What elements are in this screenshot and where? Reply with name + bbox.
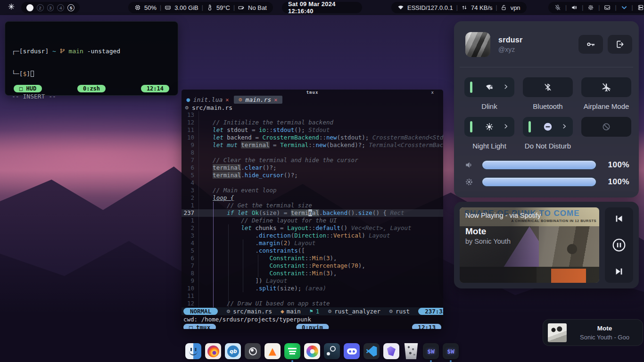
chevron-right-icon[interactable] <box>503 83 509 90</box>
workspace-3[interactable]: 3 <box>47 4 54 11</box>
chevron-right-icon[interactable] <box>561 123 568 130</box>
terminal-window[interactable]: ┌─[srdusr] ~ main -unstaged └─[$] -- INS… <box>5 21 178 96</box>
dock-item-sw-terminal-1[interactable]: $W <box>423 343 439 362</box>
line-number: 3 <box>182 232 198 239</box>
control-center-panel: srdusr @xyz Dlink Bluetooth Airplane Mod… <box>454 21 639 197</box>
terminal-window-badge[interactable]: 0:zsh <box>77 85 106 92</box>
workspace-4[interactable]: 4 <box>57 4 64 11</box>
running-indicator <box>291 360 293 362</box>
dock-item-vlc[interactable]: ▲ <box>264 343 281 362</box>
code-line: 9 ]) Layout <box>182 277 443 285</box>
memory-icon <box>165 4 171 11</box>
toggle-label-bluetooth: Bluetooth <box>515 102 581 110</box>
active-indicator <box>470 121 472 132</box>
code-line: 7 Constraint::Percentage(70), <box>182 262 443 270</box>
code-line: 12 // Initialize the terminal backend <box>182 119 443 126</box>
username: srdusr <box>498 36 523 44</box>
toggle-night-light[interactable] <box>464 117 514 137</box>
layout-stack-icon[interactable] <box>637 4 644 11</box>
code-editor[interactable]: 1312 // Initialize the terminal backend1… <box>182 111 443 307</box>
media-notification[interactable]: Mote Sonic Youth - Goo <box>543 319 643 346</box>
dock-item-trash[interactable] <box>403 343 419 362</box>
terminal-session-badge[interactable]: □ HUD <box>14 85 42 92</box>
code-line: 2 loop { <box>182 194 443 202</box>
clock[interactable]: Sat 09 Mar 2024 12:16:40 <box>282 2 362 13</box>
code-lines: 1312 // Initialize the terminal backend1… <box>182 111 443 307</box>
buffer-tab-init-lua[interactable]: ● init.lua × <box>182 96 234 104</box>
pause-button[interactable] <box>611 238 627 253</box>
gear-icon: ⚙ <box>226 309 231 314</box>
sw-terminal-2-icon: $W <box>443 343 459 359</box>
gear-icon: ⚙ <box>185 105 189 110</box>
workspace-1[interactable] <box>26 4 33 11</box>
dock-item-file-manager[interactable] <box>185 343 201 362</box>
chevron-down-icon[interactable] <box>621 4 627 11</box>
dock-item-spotify[interactable] <box>284 343 300 362</box>
code-line: 5 terminal.hide_cursor()?; <box>182 172 443 179</box>
prompt-line-2: └─[$] <box>12 70 171 78</box>
dock-item-obsidian[interactable] <box>383 343 399 362</box>
essid-value: ESSID/127.0.0.1 <box>407 4 453 11</box>
window-close-button[interactable]: x <box>431 90 434 95</box>
toggle-wifi[interactable] <box>464 77 514 97</box>
line-number: 10 <box>182 285 198 292</box>
sw-terminal-1-icon: $W <box>423 343 439 359</box>
dock-item-firefox[interactable] <box>205 343 221 362</box>
buffer-close-icon[interactable]: × <box>274 97 277 103</box>
volume-slider[interactable] <box>481 160 597 170</box>
memory-usage: 3.00 GiB <box>174 4 198 11</box>
notification-album-art <box>548 323 567 342</box>
system-stats: 50% | 3.00 GiB | 59°C | No Bat <box>128 2 273 13</box>
vlc-icon: ▲ <box>264 343 281 359</box>
git-branch-icon <box>60 48 65 54</box>
dock-item-obs[interactable] <box>245 343 261 362</box>
brightness-slider[interactable] <box>481 177 597 187</box>
tmux-window[interactable]: tmux x ● init.lua × ⚙ main.rs × ⚙ src/ma… <box>182 90 443 329</box>
dock-item-vscode[interactable] <box>363 343 380 362</box>
settings-gear-icon[interactable] <box>587 4 594 11</box>
launcher-icon[interactable] <box>8 3 15 10</box>
tmux-window-badge[interactable]: 0:nvim <box>296 324 329 329</box>
code-line: 4 .margin(2) Layout <box>182 239 443 247</box>
lock-keys-button[interactable] <box>578 35 603 54</box>
divider <box>460 67 633 67</box>
code-line-current: 237 if let Ok(size) = terminal.backend()… <box>182 209 443 217</box>
toggle-airplane-mode[interactable] <box>581 77 631 97</box>
flag-icon: ⚑ <box>309 309 314 314</box>
buffer-tab-main-rs[interactable]: ⚙ main.rs × <box>234 96 282 104</box>
buffer-close-icon[interactable]: × <box>225 97 229 103</box>
track-title: Mote <box>465 226 486 237</box>
notification-title: Mote <box>571 325 638 332</box>
microphone-muted-icon[interactable] <box>554 4 561 11</box>
tmux-clock-badge: 12:13 <box>412 324 441 329</box>
logout-button[interactable] <box>608 35 632 54</box>
terminal-output: ┌─[srdusr] ~ main -unstaged └─[$] -- INS… <box>5 22 178 115</box>
dock-item-photos[interactable] <box>304 343 320 362</box>
active-indicator <box>470 82 472 93</box>
album-art: SHAPE OF PUNK TO COME A CHIMERICAL BOMBI… <box>460 207 599 283</box>
chevron-right-icon[interactable] <box>503 123 509 130</box>
line-number: 6 <box>182 255 198 262</box>
dock-item-sw-terminal-2[interactable]: $W <box>443 343 459 362</box>
code-line: 9 let mut terminal = Terminal::new(backe… <box>182 141 443 149</box>
speaker-icon[interactable] <box>571 4 578 11</box>
brightness-value: 100% <box>608 177 629 187</box>
dock-item-discord[interactable] <box>344 343 360 362</box>
previous-track-button[interactable] <box>614 214 624 224</box>
cpu-usage: 50% <box>144 4 157 11</box>
toggle-blocked[interactable] <box>581 117 631 137</box>
dock-item-qutebrowser[interactable]: qb <box>225 343 241 362</box>
airplane-off-icon <box>601 82 611 92</box>
workspace-2[interactable]: 2 <box>37 4 44 11</box>
wifi-lock-icon <box>484 82 495 92</box>
dock-item-steam[interactable] <box>324 343 340 362</box>
toggle-do-not-disturb[interactable] <box>523 117 573 137</box>
tmux-session-badge[interactable]: □ tmux <box>183 324 216 329</box>
toggle-bluetooth[interactable] <box>523 77 573 97</box>
workspace-5[interactable]: 5 <box>67 4 74 11</box>
gutter-separator <box>198 111 199 307</box>
tray-icon[interactable] <box>604 4 611 11</box>
next-track-button[interactable] <box>614 266 624 277</box>
pause-icon <box>611 238 627 253</box>
trash-icon <box>403 343 419 359</box>
